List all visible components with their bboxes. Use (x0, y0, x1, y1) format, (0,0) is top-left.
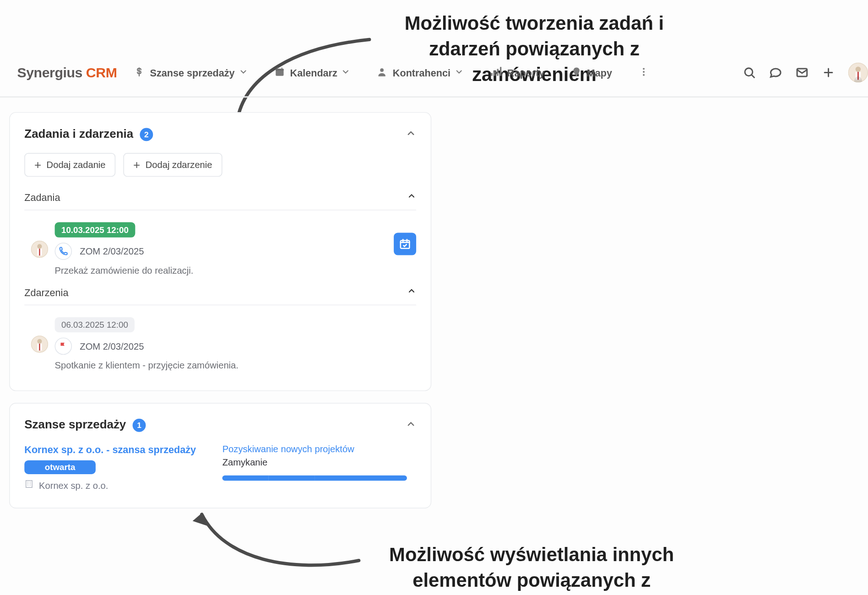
svg-point-4 (380, 68, 384, 72)
collapse-opps-button[interactable] (406, 418, 416, 432)
add-button[interactable] (822, 66, 835, 79)
nav-calendar[interactable]: Kalendarz (274, 66, 351, 79)
collapse-tasks-button[interactable] (407, 191, 416, 203)
add-event-button[interactable]: + Dodaj zdarzenie (123, 153, 222, 177)
opportunity-company: Kornex sp. z o.o. (39, 480, 108, 490)
svg-rect-20 (401, 241, 409, 249)
svg-point-11 (643, 74, 645, 76)
user-avatar[interactable] (848, 63, 868, 82)
plus-icon: + (34, 159, 41, 171)
mail-icon (796, 66, 809, 79)
nav-more[interactable] (639, 65, 649, 79)
chat-icon (769, 66, 782, 79)
person-icon (377, 66, 387, 79)
pin-icon (571, 65, 581, 79)
chevron-up-icon (407, 286, 416, 295)
tasks-events-title: Zadania i zdarzenia 2 (24, 127, 153, 141)
search-icon (743, 66, 756, 79)
collapse-button[interactable] (406, 128, 416, 141)
nav-contractors-label: Kontrahenci (393, 67, 450, 78)
bars-icon (490, 66, 502, 79)
nav-contractors[interactable]: Kontrahenci (377, 66, 463, 79)
annotation-bottom: Możliwość wyświetlania innych elementów … (360, 542, 703, 595)
nav-calendar-label: Kalendarz (290, 67, 337, 78)
flag-icon (55, 338, 72, 355)
tasks-subtitle: Zadania (24, 192, 60, 203)
svg-point-10 (643, 70, 645, 72)
calendar-icon (274, 66, 285, 79)
nav-sales[interactable]: Szanse sprzedaży (134, 66, 248, 79)
assignee-avatar (31, 335, 48, 352)
avatar-icon (848, 63, 868, 82)
chevron-up-icon (406, 418, 416, 429)
svg-rect-6 (494, 70, 495, 76)
phone-icon (55, 243, 72, 260)
search-button[interactable] (743, 66, 756, 79)
task-desc: Przekaż zamówienie do realizacji. (55, 265, 194, 276)
events-subtitle: Zdarzenia (24, 287, 68, 298)
svg-rect-5 (491, 72, 493, 75)
tasks-events-count: 2 (140, 128, 153, 141)
task-date-chip: 10.03.2025 12:00 (55, 222, 136, 238)
topbar: Synergius CRM Szanse sprzedaży Kalendarz (17, 60, 868, 86)
opportunities-title: Szanse sprzedaży 1 (24, 418, 146, 432)
opportunities-count: 1 (133, 418, 146, 432)
chevron-down-icon (455, 67, 464, 78)
brand-part2: CRM (86, 65, 117, 80)
stage-progress (222, 476, 407, 481)
svg-rect-24 (26, 481, 32, 487)
svg-point-9 (643, 68, 645, 70)
event-date-chip: 06.03.2025 12:00 (55, 317, 135, 332)
nav-sales-label: Szanse sprzedaży (150, 67, 235, 78)
more-vertical-icon (639, 65, 649, 79)
opportunities-card: Szanse sprzedaży 1 Kornex sp. z o.o. - s… (9, 403, 431, 508)
collapse-events-button[interactable] (407, 286, 416, 298)
tasks-events-card: Zadania i zdarzenia 2 + Dodaj zadanie + … (9, 112, 431, 391)
svg-rect-19 (39, 249, 40, 255)
event-desc: Spotkanie z klientem - przyjęcie zamówie… (55, 360, 239, 371)
nav-reports-label: Raporty (507, 67, 545, 78)
task-item[interactable]: 10.03.2025 12:00 ZOM 2/03/2025 Przekaż z… (24, 211, 416, 278)
chevron-down-icon (239, 67, 248, 78)
opportunity-item[interactable]: Kornex sp. z o.o. - szansa sprzedaży otw… (24, 444, 416, 491)
add-task-label: Dodaj zadanie (47, 160, 106, 170)
plus-icon (822, 66, 835, 79)
plus-icon: + (133, 159, 140, 171)
nav-maps-label: Mapy (587, 67, 612, 78)
calendar-check-icon (399, 238, 411, 250)
opportunity-stage: Zamykanie (222, 457, 407, 467)
chevron-up-icon (407, 191, 416, 200)
brand-part1: Synergius (17, 65, 82, 80)
dollar-icon (134, 66, 145, 79)
building-icon (24, 479, 33, 490)
svg-rect-23 (39, 344, 40, 351)
opportunity-process: Pozyskiwanie nowych projektów (222, 444, 407, 454)
brand-logo: Synergius CRM (17, 65, 117, 81)
svg-point-12 (745, 68, 753, 76)
chevron-down-icon (341, 67, 350, 78)
task-ref: ZOM 2/03/2025 (80, 246, 144, 256)
chat-button[interactable] (769, 66, 782, 79)
add-event-label: Dodaj zdarzenie (146, 160, 212, 170)
opportunity-title: Kornex sp. z o.o. - szansa sprzedaży (24, 444, 196, 455)
nav-maps[interactable]: Mapy (571, 65, 612, 79)
event-ref: ZOM 2/03/2025 (80, 341, 144, 352)
svg-rect-1 (276, 69, 283, 70)
add-task-button[interactable]: + Dodaj zadanie (24, 153, 115, 177)
mail-button[interactable] (796, 66, 809, 79)
svg-rect-8 (500, 67, 501, 76)
svg-point-17 (37, 244, 42, 249)
event-item[interactable]: 06.03.2025 12:00 ZOM 2/03/2025 Spotkanie… (24, 305, 416, 373)
opportunity-status: otwarta (24, 460, 96, 474)
svg-rect-7 (497, 69, 499, 76)
task-action-button[interactable] (394, 233, 416, 255)
nav-reports[interactable]: Raporty (490, 66, 544, 79)
assignee-avatar (31, 241, 48, 258)
svg-rect-3 (281, 67, 282, 70)
svg-rect-2 (277, 67, 278, 70)
topbar-divider (0, 96, 868, 97)
chevron-up-icon (406, 128, 416, 138)
svg-point-14 (856, 67, 861, 72)
svg-point-21 (37, 339, 42, 344)
